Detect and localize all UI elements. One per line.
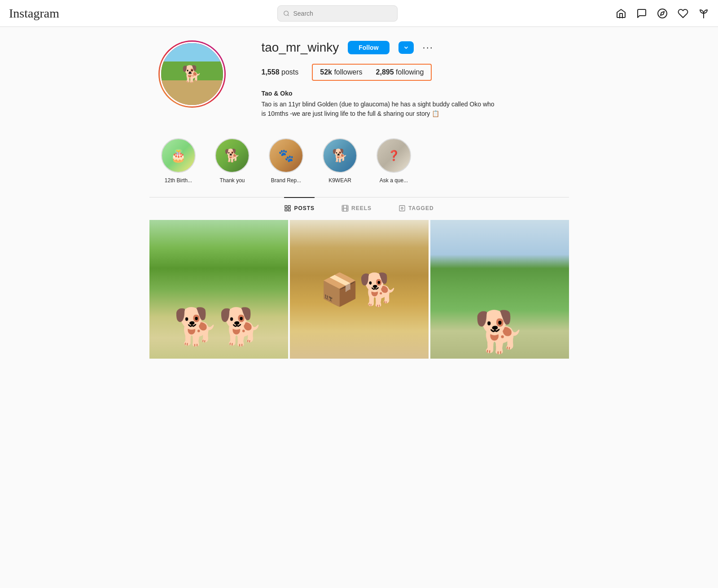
- thankyou-highlight-icon: 🐕: [224, 148, 240, 163]
- posts-stat: 1,558 posts: [262, 68, 299, 76]
- highlight-circle-brand: 🐾: [269, 138, 303, 173]
- photo-grid: 🐕🐕 📦🐕 🐕: [149, 220, 569, 359]
- svg-rect-6: [285, 209, 287, 211]
- tab-bar: POSTS REELS TAGGED: [149, 197, 569, 218]
- highlight-circle-birthday: 🎂: [161, 138, 196, 173]
- brand-highlight-icon: 🐾: [278, 148, 294, 163]
- photo-3-content: 🐕: [474, 312, 525, 352]
- profile-username-row: tao_mr_winky Follow ···: [262, 40, 560, 55]
- photo-cell[interactable]: 🐕🐕: [149, 220, 288, 359]
- follow-button[interactable]: Follow: [348, 41, 389, 54]
- chevron-down-icon: [403, 44, 409, 51]
- header-nav-icons: [616, 8, 709, 19]
- highlight-item[interactable]: 🎂 12th Birth...: [158, 138, 199, 184]
- tab-posts[interactable]: POSTS: [284, 197, 315, 218]
- photo-3-bg: 🐕: [430, 220, 569, 359]
- heart-icon[interactable]: [678, 8, 688, 19]
- tab-tagged[interactable]: TAGGED: [398, 197, 433, 218]
- highlight-circle-k9wear: 🐕: [323, 138, 357, 173]
- highlight-label-birthday: 12th Birth...: [165, 177, 192, 184]
- profile-avatar-wrapper[interactable]: 🐕: [158, 40, 226, 108]
- instagram-logo: Instagram: [9, 6, 59, 21]
- tab-posts-label: POSTS: [294, 205, 315, 211]
- tab-reels-label: REELS: [351, 205, 372, 211]
- highlight-item[interactable]: 🐕 K9WEAR: [320, 138, 360, 184]
- photo-1-bg: 🐕🐕: [149, 220, 288, 359]
- photo-cell[interactable]: 📦🐕: [290, 220, 429, 359]
- tab-tagged-label: TAGGED: [408, 205, 433, 211]
- profile-bio-name: Tao & Oko: [262, 90, 560, 97]
- highlight-item[interactable]: ❓ Ask a que...: [374, 138, 414, 184]
- explore-icon[interactable]: [657, 8, 668, 19]
- photo-cell[interactable]: 🐕: [430, 220, 569, 359]
- highlight-label-ask: Ask a que...: [380, 177, 408, 184]
- svg-line-1: [288, 14, 289, 16]
- search-icon: [283, 10, 290, 17]
- home-icon[interactable]: [616, 8, 626, 19]
- highlight-circle-ask: ❓: [377, 138, 411, 173]
- tab-reels[interactable]: REELS: [341, 197, 372, 218]
- highlights-container: 🎂 12th Birth... 🐕 Thank you 🐾 Brand Rep.…: [149, 138, 569, 197]
- birthday-highlight-icon: 🎂: [171, 148, 186, 163]
- profile-info: tao_mr_winky Follow ··· 1,558 posts 52k …: [262, 40, 560, 118]
- profile-header: 🐕 tao_mr_winky Follow ··· 1,558 posts 52: [158, 40, 560, 118]
- highlight-label-thankyou: Thank you: [219, 177, 245, 184]
- svg-point-17: [401, 207, 403, 209]
- photo-2-content: 📦🐕: [320, 271, 398, 308]
- following-stat[interactable]: 2,895 following: [376, 68, 424, 76]
- followers-following-box: 52k followers 2,895 following: [312, 64, 432, 81]
- svg-marker-3: [661, 11, 664, 15]
- profile-container: 🐕 tao_mr_winky Follow ··· 1,558 posts 52: [149, 27, 569, 118]
- ask-highlight-icon: ❓: [388, 150, 400, 162]
- highlight-item[interactable]: 🐾 Brand Rep...: [266, 138, 306, 184]
- svg-point-0: [284, 11, 289, 15]
- messenger-icon[interactable]: [636, 8, 647, 19]
- followers-stat[interactable]: 52k followers: [320, 68, 362, 76]
- follow-dropdown-button[interactable]: [398, 41, 414, 54]
- highlight-label-brand: Brand Rep...: [271, 177, 301, 184]
- profile-username: tao_mr_winky: [262, 40, 339, 55]
- reels-icon: [341, 205, 349, 212]
- profile-bio: Tao is an 11yr blind Golden (due to glau…: [262, 100, 495, 118]
- svg-point-2: [658, 9, 667, 18]
- activity-icon[interactable]: [698, 8, 709, 19]
- svg-rect-7: [289, 209, 291, 211]
- highlight-circle-thankyou: 🐕: [215, 138, 250, 173]
- profile-stats: 1,558 posts 52k followers 2,895 followin…: [262, 64, 560, 81]
- svg-rect-5: [289, 206, 291, 208]
- more-options-button[interactable]: ···: [423, 42, 433, 53]
- avatar-image: 🐕: [161, 43, 223, 105]
- search-bar[interactable]: [277, 5, 398, 22]
- header: Instagram: [0, 0, 718, 27]
- grid-icon: [284, 205, 291, 212]
- profile-avatar: 🐕: [160, 42, 224, 106]
- photo-1-content: 🐕🐕: [174, 309, 263, 345]
- photo-2-bg: 📦🐕: [290, 220, 429, 359]
- search-input[interactable]: [293, 10, 392, 17]
- tagged-icon: [398, 205, 406, 212]
- svg-rect-4: [285, 206, 287, 208]
- k9wear-highlight-icon: 🐕: [332, 148, 348, 163]
- highlight-item[interactable]: 🐕 Thank you: [212, 138, 253, 184]
- highlight-label-k9wear: K9WEAR: [328, 177, 351, 184]
- svg-rect-16: [399, 206, 405, 211]
